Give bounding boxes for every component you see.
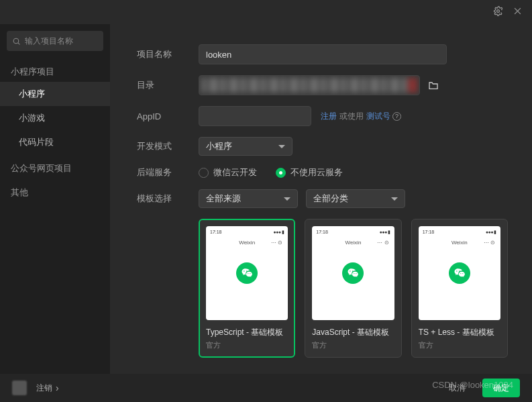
template-preview: 17:18●●● ▮ Weixin⋯ ⊙ <box>206 226 288 320</box>
label-directory: 目录 <box>137 79 199 91</box>
label-projectname: 项目名称 <box>137 48 199 60</box>
close-icon[interactable] <box>513 6 523 18</box>
confirm-button[interactable]: 确定 <box>482 379 520 397</box>
logout-button[interactable]: 注销 <box>36 383 59 394</box>
folder-icon[interactable] <box>424 76 443 95</box>
appid-input[interactable] <box>199 106 311 126</box>
svg-point-0 <box>497 10 500 13</box>
radio-nocloud-label: 不使用云服务 <box>290 166 343 179</box>
nav-group-other: 其他 <box>0 179 110 203</box>
test-account-link[interactable]: 测试号 <box>366 111 390 122</box>
svg-point-3 <box>13 38 19 44</box>
main-form: 项目名称 目录 AppID 注册 或使用 测试号 ? 开发模式 小程序 后端服务… <box>110 24 532 374</box>
cancel-button[interactable]: 取消 <box>438 379 476 397</box>
template-title: TypeScript - 基础模板 <box>206 327 288 338</box>
label-template: 模板选择 <box>137 193 199 205</box>
template-card-ts[interactable]: 17:18●●● ▮ Weixin⋯ ⊙ TypeScript - 基础模板 官… <box>199 219 295 358</box>
settings-icon[interactable] <box>493 6 503 18</box>
wechat-logo-icon <box>449 262 470 284</box>
svg-line-4 <box>18 42 19 44</box>
template-sub: 官方 <box>419 340 500 350</box>
wechat-logo-icon <box>236 262 258 284</box>
template-preview: 17:18●●● ▮ Weixin⋯ ⊙ <box>419 226 500 320</box>
directory-input[interactable] <box>199 75 420 95</box>
template-title: JavaScript - 基础模板 <box>312 327 394 338</box>
template-category-select[interactable]: 全部分类 <box>306 189 405 208</box>
radio-cloud-label: 微信云开发 <box>213 166 257 179</box>
register-link[interactable]: 注册 <box>321 111 337 122</box>
wechat-logo-icon <box>342 262 364 284</box>
label-devmode: 开发模式 <box>137 140 199 152</box>
radio-cloud[interactable]: 微信云开发 <box>199 166 257 179</box>
help-icon[interactable]: ? <box>392 112 401 121</box>
project-name-input[interactable] <box>199 44 447 64</box>
search-box[interactable] <box>7 31 103 51</box>
template-sub: 官方 <box>206 340 288 350</box>
radio-nocloud[interactable]: 不使用云服务 <box>276 166 343 179</box>
sidebar-item-snippet[interactable]: 代码片段 <box>0 130 110 154</box>
search-icon <box>12 37 21 46</box>
template-card-js[interactable]: 17:18●●● ▮ Weixin⋯ ⊙ JavaScript - 基础模板 官… <box>305 219 401 358</box>
footer: 注销 取消 确定 <box>0 374 532 402</box>
template-source-select[interactable]: 全部来源 <box>199 189 298 208</box>
sidebar-item-minigame[interactable]: 小游戏 <box>0 106 110 130</box>
label-backend: 后端服务 <box>137 166 199 179</box>
sidebar: 小程序项目 小程序 小游戏 代码片段 公众号网页项目 其他 <box>0 24 110 374</box>
avatar[interactable] <box>12 381 27 395</box>
template-sub: 官方 <box>312 340 394 350</box>
or-use-text: 或使用 <box>339 111 364 122</box>
template-card-tsless[interactable]: 17:18●●● ▮ Weixin⋯ ⊙ TS + Less - 基础模板 官方 <box>411 219 508 358</box>
search-input[interactable] <box>25 36 98 46</box>
nav-group-miniprogram: 小程序项目 <box>0 58 110 82</box>
devmode-select[interactable]: 小程序 <box>199 137 292 156</box>
template-list: 17:18●●● ▮ Weixin⋯ ⊙ TypeScript - 基础模板 官… <box>199 219 508 358</box>
nav-group-official: 公众号网页项目 <box>0 154 110 179</box>
template-preview: 17:18●●● ▮ Weixin⋯ ⊙ <box>312 226 394 320</box>
label-appid: AppID <box>137 111 199 121</box>
template-title: TS + Less - 基础模板 <box>419 327 500 338</box>
sidebar-item-miniprogram[interactable]: 小程序 <box>0 82 110 106</box>
